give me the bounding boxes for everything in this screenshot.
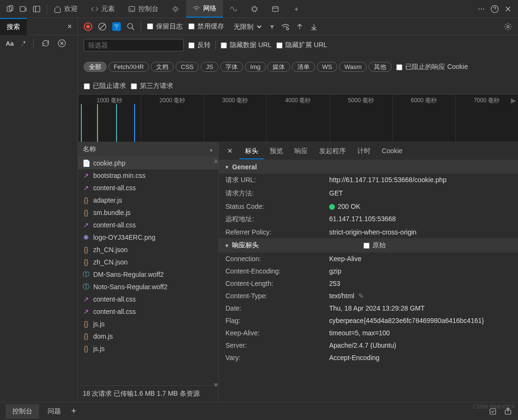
clear-button[interactable] [98,22,107,31]
chevron-right-icon[interactable]: ▶ [511,97,516,104]
tab-elements[interactable]: 元素 [84,0,121,18]
tab-performance[interactable] [223,0,244,18]
filter-pill-JS[interactable]: JS [201,62,218,72]
filter-toggle[interactable] [112,22,121,31]
filter-input[interactable] [84,39,184,51]
blocked-cookie-checkbox[interactable]: 已阻止的响应 Cookie [396,63,468,71]
request-row[interactable]: {}adapter.js [78,194,218,206]
network-conditions-icon[interactable] [281,22,290,31]
dock-icon[interactable] [19,5,28,13]
detail-tab-3[interactable]: 发起程序 [313,143,352,158]
close-icon[interactable] [504,5,512,13]
request-row[interactable]: ❋logo-OYJ34ERC.png [78,231,218,244]
waterfall-timeline[interactable]: 1000 毫秒2000 毫秒3000 毫秒4000 毫秒5000 毫秒6000 … [78,95,518,142]
filter-pill-Wasm[interactable]: Wasm [339,62,367,72]
request-row[interactable]: {}zh_CN.json [78,256,218,268]
filter-pill-字体[interactable]: 字体 [220,62,243,72]
request-name: content-all.css [93,308,136,315]
disable-cache-checkbox[interactable]: 禁用缓存 [188,22,224,31]
bottom-tab-issues[interactable]: 问题 [41,404,68,419]
request-name: content-all.css [93,221,136,229]
regex-toggle[interactable]: .* [21,39,26,47]
request-row[interactable]: {}dom.js [78,330,218,342]
filter-pill-媒体[interactable]: 媒体 [267,62,290,72]
wifi-icon [193,5,200,12]
tab-memory[interactable] [244,0,265,18]
more-icon[interactable]: ⋯ [477,5,486,13]
request-name: adapter.js [93,196,122,204]
request-row[interactable]: ↗bootstrap.min.css [78,169,218,182]
request-row[interactable]: {}js.js [78,318,218,330]
js-icon: {} [83,197,89,204]
tab-network[interactable]: 网络 [186,0,223,18]
request-row[interactable]: ↗content-all.css [78,305,218,318]
filter-pill-WS[interactable]: WS [317,62,337,72]
css-icon: ↗ [83,308,89,315]
tab-application[interactable] [265,0,286,18]
request-row[interactable]: {}zh_CN.json [78,244,218,256]
request-row[interactable]: ⓉNoto-Sans-Regular.woff2 [78,281,218,293]
filter-pill-Fetch/XHR[interactable]: Fetch/XHR [108,62,149,72]
tab-welcome[interactable]: 欢迎 [47,0,84,18]
hide-data-url-checkbox[interactable]: 隐藏数据 URL [221,41,272,49]
thirdparty-checkbox[interactable]: 第三方请求 [131,82,173,90]
blocked-request-checkbox[interactable]: 已阻止请求 [84,82,126,90]
section-header[interactable]: General [219,160,518,174]
filter-pill-全部[interactable]: 全部 [84,62,107,72]
add-tab-icon[interactable]: + [69,407,78,416]
hide-ext-url-checkbox[interactable]: 隐藏扩展 URL [276,41,327,49]
detail-tab-5[interactable]: Cookie [376,143,409,158]
panel-icon[interactable] [32,5,41,13]
request-row[interactable]: ↗content-all.css [78,293,218,305]
upload-icon[interactable] [295,22,304,31]
detail-tab-4[interactable]: 计时 [352,143,376,158]
section-header[interactable]: 响应标头原始 [219,238,518,253]
filter-pill-文档[interactable]: 文档 [151,62,174,72]
header-row: Content-Encoding:gzip [219,265,518,277]
preserve-log-checkbox[interactable]: 保留日志 [147,22,183,31]
bottom-tab-console[interactable]: 控制台 [6,404,39,419]
invert-checkbox[interactable]: 反转 [188,41,211,49]
detail-tab-2[interactable]: 响应 [289,143,313,158]
request-name: cookie.php [93,159,126,167]
throttle-select[interactable]: 无限制 [230,21,263,32]
refresh-icon[interactable] [41,39,50,48]
request-row[interactable]: ↗content-all.css [78,182,218,194]
device-icon[interactable] [6,5,14,13]
dismiss-icon[interactable] [489,407,497,416]
request-name: dom.js [93,332,113,340]
detail-tab-0[interactable]: 标头 [239,143,264,159]
download-icon[interactable] [310,22,318,31]
search-button[interactable] [127,22,135,31]
request-row[interactable]: {}sm.bundle.js [78,206,218,219]
settings-icon[interactable] [504,22,512,31]
tab-sources[interactable] [165,0,186,18]
detail-close-icon[interactable]: × [223,146,237,156]
clear-icon[interactable] [58,39,66,48]
match-case-toggle[interactable]: Aa [6,40,14,47]
search-tab[interactable]: 搜索 [0,18,27,35]
record-button[interactable] [84,22,92,31]
request-row[interactable]: {}js.js [78,342,218,355]
header-row: 请求方法:GET [219,187,518,200]
label: 禁用缓存 [197,22,224,31]
detail-tab-1[interactable]: 预览 [264,143,289,158]
column-header-name[interactable]: 名称▲ [78,142,218,157]
raw-checkbox[interactable]: 原始 [363,241,386,250]
svg-rect-1 [10,5,13,10]
filter-pill-清单[interactable]: 清单 [292,62,315,72]
filter-pill-Img[interactable]: Img [245,62,266,72]
help-icon[interactable] [490,5,499,13]
export-icon[interactable] [504,407,512,416]
tab-console[interactable]: 控制台 [121,0,165,18]
search-close-icon[interactable]: × [62,22,78,31]
network-toolbar: 保留日志 禁用缓存 无限制 ▼ [78,18,518,35]
request-row[interactable]: ⓉDM-Sans-Regular.woff2 [78,268,218,281]
request-row[interactable]: ↗content-all.css [78,219,218,231]
filter-pill-CSS[interactable]: CSS [176,62,199,72]
tab-add[interactable]: + [286,0,307,18]
request-row[interactable]: 📄cookie.php [78,157,218,169]
filter-pill-其他[interactable]: 其他 [369,62,391,72]
edit-icon[interactable]: ✎ [358,292,364,300]
search-panel: 搜索 × Aa .* [0,18,78,402]
